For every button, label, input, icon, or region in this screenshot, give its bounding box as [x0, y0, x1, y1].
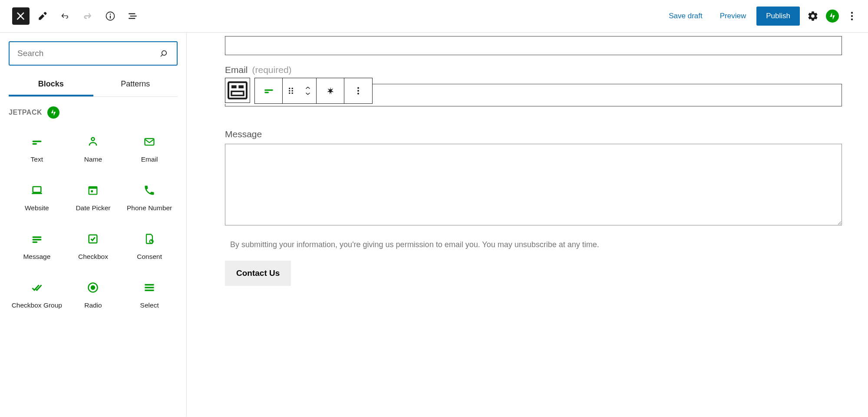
svg-rect-14 — [32, 242, 37, 243]
block-date-picker[interactable]: Date Picker — [65, 172, 122, 221]
form-block-icon — [225, 78, 250, 103]
phone-icon — [143, 184, 156, 197]
more-options-button[interactable] — [842, 7, 861, 26]
double-check-icon — [30, 281, 43, 294]
search-icon — [158, 48, 169, 59]
list-view-icon — [127, 10, 139, 22]
svg-point-30 — [292, 88, 293, 89]
jetpack-button[interactable] — [826, 10, 839, 23]
info-button[interactable] — [101, 7, 120, 26]
consent-text: By submitting your information, you're g… — [230, 240, 842, 249]
svg-rect-8 — [32, 193, 42, 194]
edit-button[interactable] — [33, 7, 52, 26]
block-name[interactable]: Name — [65, 124, 122, 172]
block-checkbox-group[interactable]: Checkbox Group — [9, 270, 65, 318]
top-toolbar: Save draft Preview Publish — [0, 0, 868, 33]
select-icon — [143, 281, 156, 294]
svg-point-1 — [851, 15, 853, 17]
block-website[interactable]: Website — [9, 172, 65, 221]
drag-icon — [285, 85, 297, 96]
block-radio[interactable]: Radio — [65, 270, 122, 318]
block-email[interactable]: Email — [121, 124, 178, 172]
block-label: Date Picker — [76, 204, 110, 212]
calendar-icon — [86, 184, 99, 197]
svg-rect-28 — [264, 92, 269, 93]
more-vertical-icon — [353, 85, 364, 96]
text-field-icon — [263, 85, 274, 96]
svg-point-2 — [851, 18, 853, 20]
editor-canvas: Email (required) — [187, 33, 868, 417]
svg-rect-25 — [238, 85, 244, 88]
chevron-up-icon[interactable] — [304, 85, 312, 91]
svg-point-29 — [289, 88, 290, 89]
svg-rect-4 — [32, 143, 37, 145]
jetpack-badge-icon — [47, 106, 59, 119]
block-toolbar-main — [254, 78, 373, 104]
close-icon — [15, 10, 26, 22]
svg-rect-21 — [145, 287, 154, 289]
save-draft-button[interactable]: Save draft — [662, 7, 710, 25]
undo-button[interactable] — [56, 7, 75, 26]
radio-icon — [86, 281, 99, 294]
block-checkbox[interactable]: Checkbox — [65, 221, 122, 270]
message-icon — [30, 232, 43, 245]
svg-rect-13 — [32, 239, 41, 241]
pencil-icon — [37, 10, 48, 22]
contact-us-button[interactable]: Contact Us — [225, 261, 291, 286]
block-label: Text — [31, 155, 43, 163]
block-label: Message — [23, 252, 50, 261]
required-toggle-button[interactable] — [317, 78, 344, 103]
svg-point-35 — [357, 87, 359, 89]
publish-button[interactable]: Publish — [756, 7, 800, 26]
email-label: Email (required) — [225, 65, 842, 75]
svg-point-0 — [851, 12, 853, 13]
message-field-block[interactable]: Message — [225, 129, 842, 227]
svg-rect-6 — [145, 139, 154, 145]
svg-rect-11 — [91, 190, 93, 192]
block-type-button[interactable] — [255, 78, 283, 103]
svg-point-36 — [357, 90, 359, 92]
name-field-block[interactable] — [225, 36, 842, 55]
drag-handle[interactable] — [283, 78, 299, 103]
checkbox-icon — [86, 232, 99, 245]
close-button[interactable] — [12, 7, 30, 25]
undo-icon — [59, 10, 71, 22]
block-label: Checkbox Group — [12, 301, 62, 309]
asterisk-icon — [325, 85, 336, 96]
preview-button[interactable]: Preview — [713, 7, 753, 25]
svg-rect-10 — [89, 187, 97, 189]
block-message[interactable]: Message — [9, 221, 65, 270]
message-textarea[interactable] — [225, 144, 842, 225]
section-header-jetpack: JETPACK — [9, 106, 178, 119]
tab-patterns[interactable]: Patterns — [93, 73, 178, 96]
parent-block-button[interactable] — [225, 78, 250, 103]
svg-rect-27 — [264, 89, 273, 91]
svg-point-34 — [292, 93, 293, 94]
block-more-button[interactable] — [344, 78, 372, 103]
svg-point-31 — [289, 90, 290, 91]
block-consent[interactable]: Consent — [121, 221, 178, 270]
svg-point-32 — [292, 90, 293, 91]
search-input[interactable] — [17, 49, 158, 58]
svg-rect-12 — [32, 236, 41, 238]
block-select[interactable]: Select — [121, 270, 178, 318]
text-field-icon — [30, 135, 43, 148]
block-label: Select — [140, 301, 159, 309]
outline-button[interactable] — [123, 7, 142, 26]
block-label: Checkbox — [78, 252, 108, 261]
layout-container: Blocks Patterns JETPACK Text Name Email — [0, 33, 868, 417]
block-label: Phone Number — [127, 204, 172, 212]
block-phone-number[interactable]: Phone Number — [121, 172, 178, 221]
email-field-block[interactable]: Email (required) — [225, 65, 842, 106]
redo-button[interactable] — [78, 7, 97, 26]
name-input[interactable] — [225, 36, 842, 55]
search-field[interactable] — [9, 41, 178, 66]
block-toolbar — [225, 78, 373, 104]
block-grid: Text Name Email Website Date Picker Phon… — [9, 124, 178, 318]
tab-blocks[interactable]: Blocks — [9, 73, 93, 96]
required-indicator: (required) — [252, 65, 292, 75]
chevron-down-icon[interactable] — [304, 91, 312, 97]
settings-button[interactable] — [803, 7, 822, 26]
block-text[interactable]: Text — [9, 124, 65, 172]
svg-point-37 — [357, 93, 359, 95]
